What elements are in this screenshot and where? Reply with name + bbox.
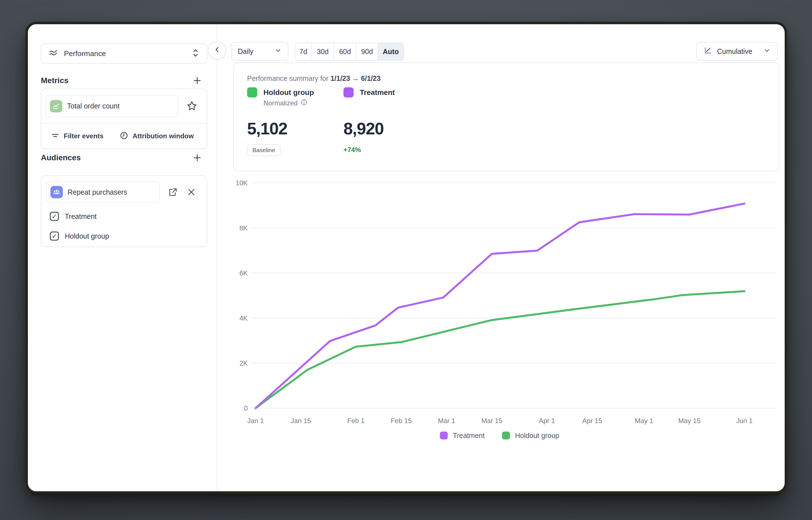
treatment-summary-group: Treatment	[343, 87, 395, 98]
favorite-metric-button[interactable]	[186, 100, 198, 112]
granularity-value: Daily	[238, 47, 254, 55]
scope-select[interactable]: Performance	[41, 43, 207, 64]
line-chart-icon	[50, 100, 62, 112]
y-axis-tick-label: 4K	[239, 314, 248, 322]
add-audience-button[interactable]	[192, 153, 202, 163]
legend-label-holdout-group[interactable]: Holdout group	[515, 432, 559, 439]
legend-label-treatment[interactable]: Treatment	[453, 432, 484, 439]
y-axis-tick-label: 0	[244, 405, 248, 412]
chevron-left-icon	[214, 46, 221, 54]
range-7d[interactable]: 7d	[295, 43, 311, 60]
x-axis-tick-label: Feb 15	[391, 417, 412, 424]
series-line-treatment	[256, 204, 744, 408]
x-axis-tick-label: Jan 1	[247, 417, 264, 424]
holdout-swatch	[247, 87, 257, 98]
y-axis-tick-label: 2K	[239, 359, 248, 367]
view-mode-value: Cumulative	[717, 47, 752, 55]
x-axis-tick-label: Feb 1	[347, 417, 365, 424]
group-row-holdout[interactable]: Holdout group	[50, 230, 109, 242]
attribution-window-label: Attribution window	[132, 132, 193, 140]
holdout-summary-group: Holdout group Normalized	[247, 87, 314, 108]
series-line-holdout-group	[256, 291, 744, 408]
axes-chart-icon	[704, 46, 712, 56]
y-axis-tick-label: 10K	[236, 179, 248, 187]
clock-icon	[120, 131, 128, 141]
audiences-heading: Audiences	[41, 153, 81, 162]
collapse-sidebar-button[interactable]	[208, 41, 226, 59]
filter-lines-icon	[51, 131, 59, 141]
treatment-checkbox-label: Treatment	[65, 212, 97, 220]
baseline-badge: Baseline	[247, 144, 281, 156]
holdout-checkbox[interactable]	[50, 232, 59, 240]
treatment-label: Treatment	[360, 87, 395, 98]
scope-select-label: Performance	[64, 49, 106, 58]
audience-name: Repeat purchasers	[68, 188, 127, 196]
treatment-swatch	[343, 87, 353, 98]
open-audience-button[interactable]	[167, 186, 179, 198]
chart-canvas: 02K4K6K8K10KJan 1Jan 15Feb 1Feb 15Mar 1M…	[233, 176, 780, 462]
group-row-treatment[interactable]: Treatment	[50, 211, 97, 222]
holdout-label: Holdout group	[263, 87, 314, 98]
treatment-delta: +74%	[343, 146, 361, 154]
x-axis-tick-label: Apr 15	[582, 417, 602, 424]
treatment-value: 8,920	[343, 119, 384, 138]
summary-date-range: 1/1/23 → 6/1/23	[331, 74, 381, 82]
x-axis-tick-label: Apr 1	[539, 417, 555, 424]
legend-swatch-holdout-group[interactable]	[502, 432, 510, 439]
metric-name: Total order count	[67, 102, 120, 110]
x-axis-tick-label: May 15	[678, 417, 701, 424]
filter-events-label: Filter events	[64, 132, 103, 140]
x-axis-tick-label: May 1	[635, 417, 653, 424]
x-axis-tick-label: Mar 15	[481, 417, 502, 424]
x-axis-tick-label: Mar 1	[438, 417, 455, 424]
range-60d[interactable]: 60d	[334, 43, 356, 60]
range-30d[interactable]: 30d	[311, 43, 334, 60]
metrics-heading: Metrics	[41, 76, 69, 85]
chevron-down-icon	[274, 47, 282, 56]
summary-title: Performance summary for 1/1/23 → 6/1/23	[247, 74, 381, 82]
legend-swatch-treatment[interactable]	[440, 432, 448, 439]
performance-summary-card: Performance summary for 1/1/23 → 6/1/23 …	[233, 62, 780, 171]
x-axis-tick-label: Jun 1	[736, 417, 753, 424]
add-metric-button[interactable]	[192, 76, 202, 86]
y-axis-tick-label: 8K	[239, 224, 248, 232]
y-axis-tick-label: 6K	[239, 269, 248, 277]
chevron-updown-icon	[191, 48, 200, 59]
holdout-checkbox-label: Holdout group	[65, 232, 109, 240]
range-segmented-control: 7d 30d 60d 90d Auto	[295, 43, 404, 60]
people-icon	[50, 186, 63, 198]
range-90d[interactable]: 90d	[356, 43, 377, 60]
x-axis-tick-label: Jan 15	[291, 417, 311, 424]
view-mode-select[interactable]: Cumulative	[696, 42, 778, 60]
attribution-window-button[interactable]: Attribution window	[120, 131, 193, 141]
audience-card: Repeat purchasers Treatment Holdout grou…	[41, 175, 207, 247]
metric-card: Total order count Filter events	[41, 88, 207, 149]
app-window: Performance Metrics Total order count	[28, 24, 785, 491]
range-auto[interactable]: Auto	[377, 43, 403, 60]
cumulative-line-chart: 02K4K6K8K10KJan 1Jan 15Feb 1Feb 15Mar 1M…	[233, 176, 780, 462]
treatment-checkbox[interactable]	[50, 212, 59, 221]
granularity-select[interactable]: Daily	[231, 42, 289, 60]
holdout-value: 5,102	[247, 119, 287, 138]
filter-events-button[interactable]: Filter events	[51, 131, 103, 141]
metric-name-field[interactable]: Total order count	[45, 95, 178, 117]
holdout-sub-label: Normalized	[263, 99, 297, 107]
trend-waves-icon	[48, 48, 58, 59]
audience-name-field[interactable]: Repeat purchasers	[46, 181, 160, 203]
chevron-down-icon	[763, 47, 770, 56]
remove-audience-button[interactable]	[185, 186, 198, 198]
info-icon[interactable]	[300, 99, 308, 108]
sidebar: Performance Metrics Total order count	[28, 24, 217, 491]
